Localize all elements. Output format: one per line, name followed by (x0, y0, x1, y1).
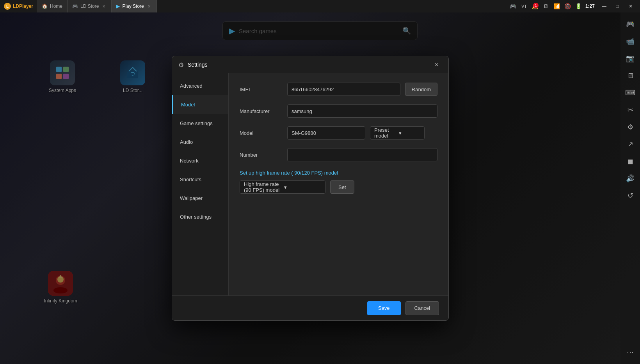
sidebar-keyboard-btn[interactable]: ⌨ (622, 85, 638, 101)
preset-model-dropdown[interactable]: Preset model ▾ (370, 126, 425, 140)
dialog-titlebar: ⚙ Settings ✕ (172, 56, 448, 73)
dialog-title: Settings (188, 62, 427, 68)
random-button[interactable]: Random (405, 83, 437, 96)
imei-row: IMEI Random (240, 83, 437, 96)
home-tab-icon: 🏠 (42, 4, 48, 9)
dialog-content: IMEI Random Manufacturer Model (229, 73, 448, 295)
fps-section: Set up high frame rate ( 90/120 FPS) mod… (240, 170, 437, 194)
logo-icon: L (4, 3, 11, 10)
notification-badge: 1 (533, 3, 539, 8)
fps-link[interactable]: Set up high frame rate ( 90/120 FPS) mod… (240, 170, 437, 176)
manufacturer-input[interactable] (287, 104, 437, 118)
sidebar-rotate-btn[interactable]: ↺ (622, 188, 638, 203)
dialog-footer: Save Cancel (172, 295, 448, 320)
sidebar-scissors-btn[interactable]: ✂ (622, 102, 638, 118)
minimize-button[interactable]: — (598, 0, 610, 12)
vt-icon: VT (520, 2, 528, 11)
sidebar-screen-btn[interactable]: 🖥 (622, 68, 638, 83)
ld-store-tab-close[interactable]: ✕ (101, 4, 107, 9)
settings-dialog: ⚙ Settings ✕ Advanced Model Game setting… (172, 56, 449, 321)
number-input[interactable] (287, 148, 437, 161)
number-label: Number (240, 152, 283, 158)
play-store-tab-close[interactable]: ✕ (146, 4, 152, 9)
model-input[interactable] (287, 126, 365, 140)
nav-wallpaper-label: Wallpaper (180, 195, 203, 201)
app-logo: L LDPlayer (0, 3, 37, 10)
nav-other-settings[interactable]: Other settings (172, 207, 228, 226)
sidebar-camera-btn[interactable]: 📷 (622, 51, 638, 66)
nav-model[interactable]: Model (172, 95, 228, 114)
right-sidebar: 🎮 📹 📷 🖥 ⌨ ✂ ⚙ ↗ ◼ 🔊 ↺ ⋯ (620, 12, 640, 364)
window-controls: — □ ✕ (598, 0, 637, 12)
nav-audio-label: Audio (180, 139, 193, 145)
titlebar-right: 🎮 VT 🔔 1 🖥 📶 📵 🔋 1:27 — □ ✕ (509, 0, 640, 12)
fps-chevron-icon: ▾ (284, 184, 321, 190)
logo-text: LDPlayer (13, 4, 33, 9)
home-tab-label: Home (50, 4, 62, 9)
imei-input[interactable] (287, 83, 400, 96)
modal-overlay: ⚙ Settings ✕ Advanced Model Game setting… (0, 12, 620, 364)
gamepad-tray-icon: 🎮 (509, 2, 517, 11)
sidebar-gamepad-btn[interactable]: 🎮 (622, 16, 638, 32)
nav-game-settings[interactable]: Game settings (172, 114, 228, 133)
nav-model-label: Model (181, 102, 195, 108)
system-tray: 🎮 VT 🔔 1 🖥 📶 📵 🔋 1:27 (509, 2, 595, 11)
nav-game-settings-label: Game settings (180, 120, 213, 126)
sidebar-video-btn[interactable]: 📹 (622, 34, 638, 49)
close-button[interactable]: ✕ (624, 0, 637, 12)
desktop: L LDPlayer 🏠 Home 🎮 LD Store ✕ ▶ Play St… (0, 0, 640, 364)
tab-home[interactable]: 🏠 Home (37, 0, 68, 12)
cancel-button[interactable]: Cancel (405, 301, 439, 315)
sidebar-volume-btn[interactable]: 🔊 (622, 171, 638, 186)
tab-play-store[interactable]: ▶ Play Store ✕ (112, 0, 156, 12)
nav-wallpaper[interactable]: Wallpaper (172, 189, 228, 207)
fps-dropdown[interactable]: High frame rate (90 FPS) model ▾ (240, 180, 325, 194)
tab-ld-store[interactable]: 🎮 LD Store ✕ (68, 0, 112, 12)
nav-advanced-label: Advanced (180, 83, 203, 89)
settings-gear-icon: ⚙ (178, 61, 184, 69)
ld-store-tab-label: LD Store (80, 4, 99, 9)
model-row: Model Preset model ▾ (240, 126, 437, 140)
battery-icon: 🔋 (574, 2, 583, 11)
nav-network-label: Network (180, 158, 199, 164)
maximize-button[interactable]: □ (611, 0, 624, 12)
play-store-tab-label: Play Store (122, 4, 144, 9)
nav-other-settings-label: Other settings (180, 214, 212, 220)
ld-store-tab-icon: 🎮 (72, 4, 78, 9)
nav-advanced[interactable]: Advanced (172, 76, 228, 95)
manufacturer-label: Manufacturer (240, 108, 283, 114)
titlebar: L LDPlayer 🏠 Home 🎮 LD Store ✕ ▶ Play St… (0, 0, 640, 12)
notification-icon: 🔔 1 (531, 2, 539, 11)
preset-model-label: Preset model (374, 127, 396, 139)
manufacturer-row: Manufacturer (240, 104, 437, 118)
sidebar-more-btn[interactable]: ⋯ (622, 345, 638, 360)
number-row: Number (240, 148, 437, 161)
dialog-body: Advanced Model Game settings Audio Netwo… (172, 73, 448, 295)
display-icon: 🖥 (542, 2, 550, 11)
fps-row: High frame rate (90 FPS) model ▾ Set (240, 180, 437, 194)
save-button[interactable]: Save (367, 301, 401, 315)
nav-audio[interactable]: Audio (172, 133, 228, 151)
nav-shortcuts-label: Shortcuts (180, 177, 201, 182)
set-button[interactable]: Set (330, 180, 354, 194)
wifi-icon: 📶 (553, 2, 561, 11)
sidebar-apps-btn[interactable]: ◼ (622, 154, 638, 169)
nav-network[interactable]: Network (172, 151, 228, 170)
play-store-tab-icon: ▶ (116, 4, 120, 9)
dialog-nav: Advanced Model Game settings Audio Netwo… (172, 73, 229, 295)
preset-model-chevron-icon: ▾ (399, 130, 420, 136)
dialog-close-button[interactable]: ✕ (431, 59, 442, 70)
signal-icon: 📵 (564, 2, 572, 11)
sidebar-share-btn[interactable]: ↗ (622, 136, 638, 152)
system-time: 1:27 (585, 4, 595, 9)
imei-label: IMEI (240, 87, 283, 92)
fps-option-label: High frame rate (90 FPS) model (244, 181, 281, 193)
sidebar-settings-btn[interactable]: ⚙ (622, 119, 638, 135)
model-label: Model (240, 130, 283, 136)
nav-shortcuts[interactable]: Shortcuts (172, 170, 228, 189)
